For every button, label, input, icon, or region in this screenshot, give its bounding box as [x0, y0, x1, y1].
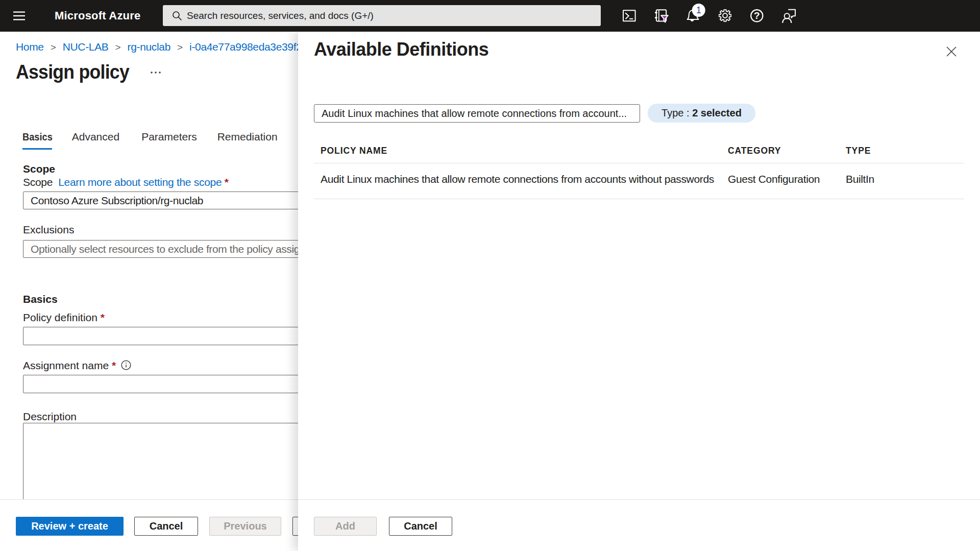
svg-text:1: 1	[696, 5, 701, 15]
svg-text:?: ?	[754, 10, 760, 21]
